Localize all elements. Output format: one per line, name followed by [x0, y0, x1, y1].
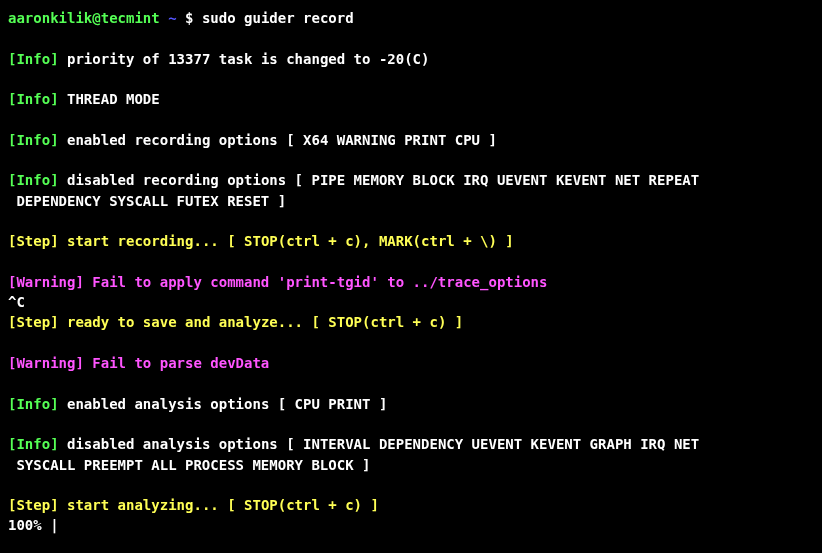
- dollar: $: [185, 10, 202, 26]
- blank: [8, 536, 814, 553]
- info-tag: [Info]: [8, 396, 67, 412]
- info-disabled-analysis: [Info] disabled analysis options [ INTER…: [8, 434, 814, 454]
- blank: [8, 28, 814, 48]
- progress-line: 100% |: [8, 515, 814, 535]
- blank: [8, 373, 814, 393]
- info-enabled-analysis: [Info] enabled analysis options [ CPU PR…: [8, 394, 814, 414]
- step-start-recording: [Step] start recording... [ STOP(ctrl + …: [8, 231, 814, 251]
- prompt-line-1: aaronkilik@tecmint ~ $ sudo guider recor…: [8, 8, 814, 28]
- info-tag: [Info]: [8, 91, 67, 107]
- info-disabled-analysis-cont: SYSCALL PREEMPT ALL PROCESS MEMORY BLOCK…: [8, 455, 814, 475]
- step-tag: [Step]: [8, 314, 67, 330]
- step-start-analyzing: [Step] start analyzing... [ STOP(ctrl + …: [8, 495, 814, 515]
- blank: [8, 252, 814, 272]
- blank: [8, 211, 814, 231]
- info-tag: [Info]: [8, 51, 67, 67]
- info-priority: [Info] priority of 13377 task is changed…: [8, 49, 814, 69]
- blank: [8, 333, 814, 353]
- info-disabled-rec-cont: DEPENDENCY SYSCALL FUTEX RESET ]: [8, 191, 814, 211]
- blank: [8, 414, 814, 434]
- info-tag: [Info]: [8, 172, 67, 188]
- user-host: aaronkilik@tecmint: [8, 10, 160, 26]
- blank: [8, 150, 814, 170]
- blank: [8, 475, 814, 495]
- warning-devdata: [Warning] Fail to parse devData: [8, 353, 814, 373]
- tilde: ~: [160, 10, 185, 26]
- warning-print-tgid: [Warning] Fail to apply command 'print-t…: [8, 272, 814, 292]
- info-enabled-rec: [Info] enabled recording options [ X64 W…: [8, 130, 814, 150]
- blank: [8, 109, 814, 129]
- info-tag: [Info]: [8, 436, 67, 452]
- step-tag: [Step]: [8, 497, 67, 513]
- command-text: sudo guider record: [202, 10, 354, 26]
- warning-tag: [Warning]: [8, 355, 92, 371]
- info-tag: [Info]: [8, 132, 67, 148]
- ctrl-c: ^C: [8, 292, 814, 312]
- info-disabled-rec: [Info] disabled recording options [ PIPE…: [8, 170, 814, 190]
- step-ready-save: [Step] ready to save and analyze... [ ST…: [8, 312, 814, 332]
- info-thread-mode: [Info] THREAD MODE: [8, 89, 814, 109]
- warning-tag: [Warning]: [8, 274, 92, 290]
- blank: [8, 69, 814, 89]
- step-tag: [Step]: [8, 233, 67, 249]
